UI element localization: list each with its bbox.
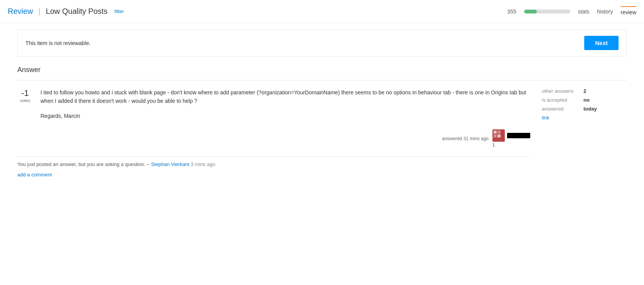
answered-meta: answered 31 mins ago	[40, 129, 530, 149]
user-rep: 1	[492, 142, 495, 149]
progress-bar	[524, 10, 570, 13]
comment-dash: –	[147, 161, 151, 167]
review-link[interactable]: Review	[8, 7, 33, 16]
nav-history[interactable]: history	[597, 8, 613, 15]
nav-stats[interactable]: stats	[578, 8, 590, 15]
username-redacted	[507, 133, 530, 138]
progress-bar-fill	[524, 10, 537, 13]
meta-link-anchor[interactable]: link	[542, 115, 550, 121]
comment-time-value: 3 mins ago	[191, 161, 216, 167]
meta-is-accepted-value: no	[583, 97, 590, 103]
answer-content: I tied to follow you howto and i stuck w…	[40, 88, 530, 149]
comment-author[interactable]: Stephan Vierkant	[151, 161, 189, 167]
filter-link[interactable]: filter	[115, 8, 124, 14]
add-comment-link[interactable]: add a comment	[17, 172, 52, 178]
nav-review-active[interactable]: review	[621, 6, 636, 17]
main-content: This item is not reviewable. Next Answer…	[10, 23, 634, 184]
meta-answered-key: answered	[542, 106, 580, 112]
not-reviewable-message: This item is not reviewable.	[25, 40, 91, 46]
avatar	[492, 129, 505, 142]
meta-other-answers-value: 2	[583, 88, 586, 94]
meta-is-accepted: is accepted no	[542, 97, 627, 103]
answer-main: -1 votes I tied to follow you howto and …	[17, 88, 530, 178]
meta-is-accepted-key: is accepted	[542, 97, 580, 103]
answer-label: Answer	[17, 66, 627, 74]
separator: |	[39, 7, 40, 16]
queue-title: Low Quality Posts	[46, 7, 108, 16]
next-button[interactable]: Next	[584, 36, 619, 50]
answer-divider	[17, 80, 627, 80]
review-count: 355	[507, 8, 516, 15]
meta-answered: answered today	[542, 106, 627, 112]
comment-body: You just posted an answer, but you are a…	[17, 161, 145, 167]
header: Review | Low Quality Posts filter 355 st…	[0, 0, 644, 23]
vote-label: votes	[20, 98, 30, 103]
vote-section: -1 votes	[17, 88, 33, 149]
header-left: Review | Low Quality Posts filter	[8, 7, 124, 16]
user-avatar	[492, 129, 530, 142]
comment-section: You just posted an answer, but you are a…	[17, 156, 530, 178]
vote-count: -1	[21, 88, 29, 98]
meta-other-answers-key: other answers	[542, 88, 580, 94]
comment-text: You just posted an answer, but you are a…	[17, 161, 530, 167]
user-card: 1	[492, 129, 530, 149]
answer-meta-sidebar: other answers 2 is accepted no answered …	[542, 88, 627, 178]
answer-layout: -1 votes I tied to follow you howto and …	[17, 88, 627, 178]
vote-and-content: -1 votes I tied to follow you howto and …	[17, 88, 530, 149]
meta-link: link	[542, 115, 627, 121]
answered-time: answered 31 mins ago	[442, 135, 489, 142]
header-right: 355 stats history review	[507, 6, 636, 17]
meta-other-answers: other answers 2	[542, 88, 627, 94]
answer-regards: Regards, Marcin	[40, 112, 530, 120]
answer-body: I tied to follow you howto and i stuck w…	[40, 88, 530, 106]
meta-answered-value: today	[583, 106, 597, 112]
not-reviewable-box: This item is not reviewable. Next	[17, 29, 627, 57]
